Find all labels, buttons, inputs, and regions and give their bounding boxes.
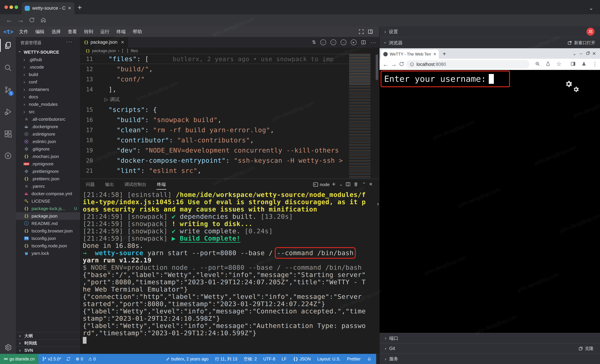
wetty-settings-gear2-icon[interactable] xyxy=(572,86,580,93)
nav-forward-circle-icon[interactable]: → xyxy=(341,39,347,45)
kill-terminal-icon[interactable] xyxy=(353,182,358,187)
menu-item-0[interactable]: 文件 xyxy=(19,29,28,35)
tree-item-WETTY-SOURCE[interactable]: ›WETTY-SOURCE xyxy=(16,48,80,56)
status-item-6[interactable]: Layout: U.S. xyxy=(317,356,341,362)
notifications-bell-icon[interactable] xyxy=(367,357,371,361)
code-line-16[interactable]: 16 "build": "snowpack build", xyxy=(80,115,349,125)
panel-tab-1[interactable]: 输出 xyxy=(105,181,114,187)
embedded-forward-icon[interactable]: → xyxy=(391,61,397,68)
extensions-icon[interactable] xyxy=(0,125,16,142)
run-file-icon[interactable]: ▸ xyxy=(351,39,356,45)
menu-item-7[interactable]: 帮助 xyxy=(133,29,142,35)
panel-tab-3[interactable]: 终端 xyxy=(157,181,166,187)
git-section-header[interactable]: › Git 克隆 xyxy=(380,343,600,354)
services-section-header[interactable]: › 服务 xyxy=(380,354,600,364)
tab-close-icon[interactable]: ✕ xyxy=(68,6,71,11)
status-item-1[interactable]: 行 11, 列 13 xyxy=(215,356,237,362)
run-debug-icon[interactable] xyxy=(0,103,16,120)
embedded-close-icon[interactable]: ✕ xyxy=(592,51,596,56)
tree-item-LICENSE[interactable]: LICENSE xyxy=(16,197,80,205)
breadcrumb[interactable]: {} package.json › [ ] files xyxy=(80,47,379,54)
tree-item-.yarnrc[interactable]: ≡.yarnrc xyxy=(16,183,80,190)
status-item-0[interactable]: butlerx, 2 years ago xyxy=(166,356,209,362)
terminal-shell-label[interactable]: node xyxy=(320,182,330,187)
embedded-url-bar[interactable]: localhost:8080 xyxy=(406,60,529,69)
tree-item-package.json[interactable]: {}package.json xyxy=(16,212,80,220)
split-editor-icon[interactable] xyxy=(361,40,366,45)
editor-tab-close-icon[interactable]: ✕ xyxy=(121,40,124,45)
remote-explorer-icon[interactable] xyxy=(0,147,16,164)
panel-expand-icon[interactable]: › xyxy=(377,201,379,207)
status-item-5[interactable]: {}JSON xyxy=(293,356,311,362)
maximize-panel-icon[interactable]: ⌃ xyxy=(362,182,366,187)
sync-item[interactable] xyxy=(66,357,71,361)
tree-item-src[interactable]: ›src xyxy=(16,108,80,115)
new-terminal-icon[interactable]: + xyxy=(332,181,336,188)
tree-item-build[interactable]: ›build xyxy=(16,71,80,78)
tree-item-.mocharc.json[interactable]: {}.mocharc.json xyxy=(16,153,80,160)
code-line-21[interactable]: 21 "lint": "eslint src", xyxy=(80,166,349,176)
terminal-dropdown-icon[interactable]: ⌄ xyxy=(339,182,343,187)
tree-item-.vscode[interactable]: ›.vscode xyxy=(16,63,80,71)
tree-item-yarn.lock[interactable]: yarn.lock xyxy=(16,250,80,257)
menu-item-3[interactable]: 查看 xyxy=(68,29,77,35)
tab-search-chevron-icon[interactable]: ⌄ xyxy=(589,5,593,11)
new-tab-button[interactable]: + xyxy=(77,4,82,11)
nav-dash-circle-icon[interactable]: – xyxy=(330,39,336,45)
mac-minimize-button[interactable] xyxy=(9,5,13,9)
tree-item-docker-compose.yml[interactable]: docker-compose.yml xyxy=(16,190,80,197)
status-item-2[interactable]: 空格: 2 xyxy=(244,356,257,362)
compare-changes-icon[interactable]: ⇅ xyxy=(312,39,316,45)
embedded-profile-icon[interactable] xyxy=(581,61,586,66)
tree-item-.eslintrc.json[interactable]: .eslintrc.json xyxy=(16,138,80,145)
editor-tab-package-json[interactable]: {} package.json ✕ xyxy=(80,37,128,47)
source-control-icon[interactable]: 1 xyxy=(0,81,16,98)
split-terminal-icon[interactable] xyxy=(346,182,351,187)
embedded-star-icon[interactable]: ☆ xyxy=(556,60,561,67)
tree-item-.all-contributorsrc[interactable]: ≡.all-contributorsrc xyxy=(16,115,80,123)
tree-item-.gitignore[interactable]: .gitignore xyxy=(16,145,80,153)
embedded-side-panel-icon[interactable] xyxy=(571,61,576,66)
browser-tab[interactable]: wetty-source - CloudIDE ✕ xyxy=(22,2,75,14)
breadcrumb-file[interactable]: package.json xyxy=(92,48,116,53)
browser-section-header[interactable]: › 浏览器 新窗口打开 xyxy=(380,37,600,48)
embedded-restore-icon[interactable] xyxy=(586,51,590,55)
embedded-share-icon[interactable] xyxy=(545,61,551,66)
editor-scrollbar[interactable] xyxy=(376,55,378,80)
menu-item-2[interactable]: 选择 xyxy=(52,29,61,35)
ports-section-header[interactable]: › 端口 xyxy=(380,333,600,343)
tree-item-.prettierrc.json[interactable]: {}.prettierrc.json xyxy=(16,175,80,183)
status-item-3[interactable]: UTF-8 xyxy=(263,356,275,362)
code-area[interactable]: 11 "files": [butlerx, 2 years ago • use … xyxy=(80,54,349,179)
menu-item-4[interactable]: 转到 xyxy=(84,29,93,35)
home-icon[interactable] xyxy=(40,17,47,23)
wetty-settings-gear-icon[interactable] xyxy=(564,80,573,88)
embedded-reload-icon[interactable] xyxy=(399,61,404,67)
tree-item-tsconfig.node.json[interactable]: {}tsconfig.node.json xyxy=(16,242,80,250)
code-line-14[interactable]: 14 ], xyxy=(80,84,349,94)
code-line-20[interactable]: 20 "docker-compose-entrypoint": "ssh-key… xyxy=(80,155,349,166)
explorer-icon[interactable] xyxy=(0,37,16,54)
tree-item-tsconfig.json[interactable]: TStsconfig.json xyxy=(16,235,80,242)
code-line-12[interactable]: 12 "build/", xyxy=(80,64,349,74)
embedded-new-tab-button[interactable]: + xyxy=(442,50,446,57)
settings-gear-icon[interactable] xyxy=(0,339,16,356)
search-icon[interactable] xyxy=(0,59,16,76)
tree-item-containers[interactable]: ›containers xyxy=(16,86,80,93)
menu-item-1[interactable]: 编辑 xyxy=(35,29,45,35)
embedded-menu-icon[interactable]: ⋮ xyxy=(592,61,598,67)
tree-item-tsconfig.browser.json[interactable]: {}tsconfig.browser.json xyxy=(16,227,80,235)
tree-item-package-lock.js...[interactable]: {}package-lock.js...U xyxy=(16,205,80,212)
code-line-15[interactable]: 15 "scripts": { xyxy=(80,105,349,115)
tree-item-.dockerignore[interactable]: .dockerignore xyxy=(16,123,80,130)
code-line-13[interactable]: 13 "conf/" xyxy=(80,74,349,84)
wetty-terminal-page[interactable]: Enter your username: xyxy=(380,70,600,333)
terminal-process-icon[interactable] xyxy=(313,182,319,187)
codelens-row[interactable]: ▷ 调试 xyxy=(80,94,349,105)
fullscreen-icon[interactable] xyxy=(359,29,364,34)
status-item-4[interactable]: LF xyxy=(282,356,287,362)
embedded-back-icon[interactable]: ← xyxy=(383,61,389,68)
warnings-item[interactable]: ⚠0 xyxy=(88,356,96,362)
remote-indicator[interactable]: >< go.titanide.cn xyxy=(0,354,38,364)
status-item-7[interactable]: Prettier xyxy=(347,356,361,362)
